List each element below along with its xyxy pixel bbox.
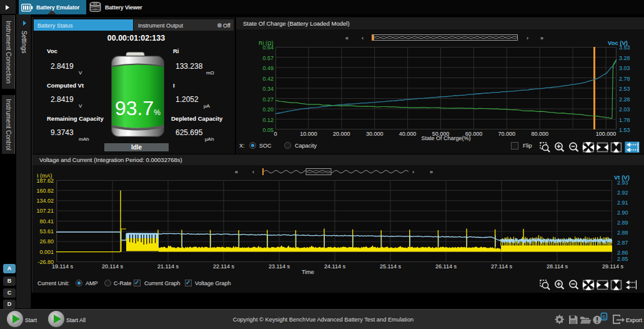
svg-text:6: 6 — [602, 314, 605, 320]
